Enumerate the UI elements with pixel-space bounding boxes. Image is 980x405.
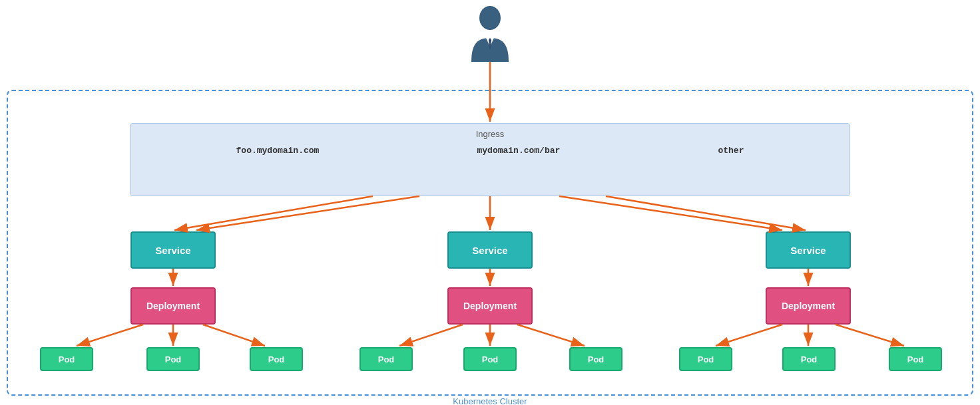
pod-box-right-0: Pod [679,347,732,371]
pod-box-left-1: Pod [146,347,200,371]
pod-box-center-0: Pod [360,347,413,371]
pod-box-right-1: Pod [782,347,836,371]
svg-point-0 [479,6,501,30]
service-label-right: Service [790,245,826,256]
deployment-label-right: Deployment [782,301,835,311]
pod-box-center-2: Pod [569,347,622,371]
k8s-cluster-label: Kubernetes Cluster [449,396,531,405]
deployment-box-right: Deployment [766,287,851,325]
service-box-left: Service [130,231,216,269]
pod-box-left-2: Pod [250,347,303,371]
diagram: Kubernetes Cluster Ingress foo.mydomain.… [0,0,980,405]
deployment-label-left: Deployment [146,301,200,311]
deployment-box-left: Deployment [130,287,216,325]
service-box-right: Service [766,231,851,269]
service-box-center: Service [447,231,533,269]
ingress-label: Ingress [476,129,505,139]
ingress-box: Ingress foo.mydomain.com mydomain.com/ba… [130,123,850,196]
ingress-route-2: other [718,146,744,156]
deployment-box-center: Deployment [447,287,533,325]
service-label-left: Service [155,245,190,256]
service-label-center: Service [472,245,507,256]
ingress-routes: foo.mydomain.com mydomain.com/bar other [130,146,850,156]
deployment-label-center: Deployment [463,301,517,311]
pod-box-left-0: Pod [40,347,93,371]
ingress-route-0: foo.mydomain.com [236,146,320,156]
pod-box-center-1: Pod [463,347,517,371]
user-icon [466,3,514,62]
pod-box-right-2: Pod [889,347,942,371]
ingress-route-1: mydomain.com/bar [477,146,560,156]
